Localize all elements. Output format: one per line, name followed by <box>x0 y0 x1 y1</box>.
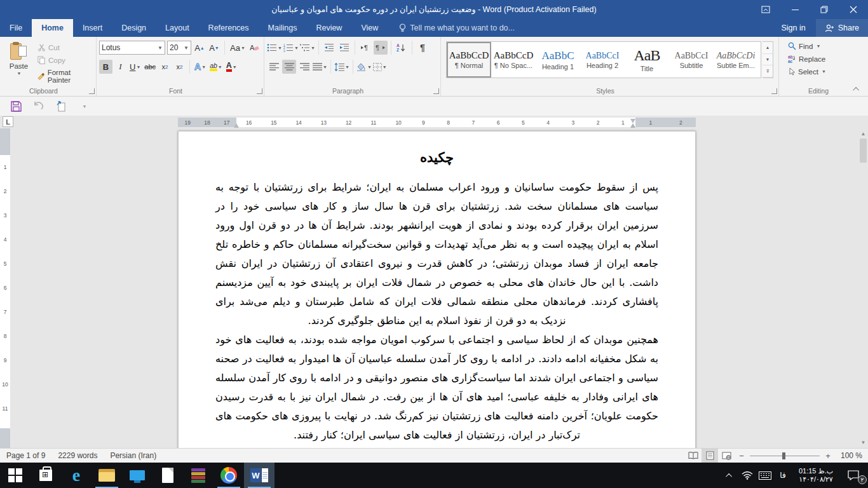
styles-gallery-more-button[interactable]: ⊽ <box>763 65 773 78</box>
tab-review[interactable]: Review <box>306 19 351 37</box>
tell-me-box[interactable]: Tell me what you want to do... <box>399 19 515 37</box>
style-no-spacing[interactable]: AaBbCcD ¶ No Spac... <box>491 42 536 78</box>
zoom-slider[interactable] <box>750 456 820 456</box>
subscript-button[interactable]: x2 <box>158 60 172 74</box>
align-left-button[interactable] <box>267 60 281 74</box>
taskbar-winrar[interactable] <box>183 463 214 488</box>
save-button[interactable] <box>9 99 23 113</box>
styles-dialog-launcher[interactable] <box>771 88 777 94</box>
find-button[interactable]: Find ▼ <box>785 41 864 51</box>
page-content[interactable]: چکیده پس از سقوط حکومت ساسانیان و ورود ا… <box>179 132 695 448</box>
bold-button[interactable]: B <box>99 60 112 74</box>
decrease-indent-button[interactable] <box>322 41 336 55</box>
vertical-ruler[interactable]: 1234567891011 <box>0 128 10 448</box>
format-painter-button[interactable]: Format Painter <box>35 67 93 85</box>
clear-formatting-button[interactable]: A <box>248 41 261 55</box>
change-case-button[interactable]: Aa▼ <box>229 41 247 55</box>
text-highlight-button[interactable]: ab▼ <box>208 60 224 74</box>
document-paragraph[interactable]: همچنین موبدان که از لحاظ سیاسی و اجتماعی… <box>215 330 658 445</box>
style-heading-2[interactable]: AaBbCcI Heading 2 <box>580 42 625 78</box>
share-button[interactable]: Share <box>816 19 868 37</box>
read-mode-button[interactable] <box>685 449 702 463</box>
zoom-in-button[interactable]: + <box>821 451 835 461</box>
taskbar-file-explorer[interactable] <box>92 463 122 488</box>
vertical-scrollbar[interactable]: ▲ ▼ <box>858 128 868 448</box>
tab-file[interactable]: File <box>0 19 32 37</box>
tab-home[interactable]: Home <box>32 19 73 37</box>
font-name-combo[interactable]: Lotus ▼ <box>99 41 165 55</box>
cut-button[interactable]: Cut <box>35 42 93 53</box>
font-size-combo[interactable]: 20 ▼ <box>167 41 191 55</box>
increase-indent-button[interactable] <box>337 41 351 55</box>
ribbon-display-options-button[interactable] <box>751 0 780 19</box>
taskbar-chrome[interactable] <box>214 463 244 488</box>
minimize-button[interactable] <box>780 0 810 19</box>
style-subtle-emphasis[interactable]: AaBbCcDi Subtle Em... <box>714 42 758 78</box>
repeat-button[interactable] <box>55 99 69 113</box>
numbering-button[interactable]: 123 ▼ <box>283 41 299 55</box>
restore-button[interactable] <box>810 0 839 19</box>
borders-button[interactable]: ▼ <box>373 60 387 74</box>
document-paragraph[interactable]: پس از سقوط حکومت ساسانیان و ورود اعراب م… <box>215 178 658 330</box>
tab-mailings[interactable]: Mailings <box>259 19 307 37</box>
text-effects-button[interactable]: A▼ <box>193 60 207 74</box>
start-button[interactable] <box>0 463 31 488</box>
style-normal[interactable]: AaBbCcD ¶ Normal <box>447 42 491 78</box>
select-button[interactable]: Select ▼ <box>785 66 864 77</box>
tab-design[interactable]: Design <box>112 19 156 37</box>
tray-wifi[interactable] <box>740 463 755 488</box>
print-layout-button[interactable] <box>702 449 718 463</box>
bullets-button[interactable]: ▼ <box>267 41 282 55</box>
paragraph-dialog-launcher[interactable] <box>433 88 439 94</box>
style-heading-1[interactable]: AaBbC Heading 1 <box>536 42 580 78</box>
font-dialog-launcher[interactable] <box>257 88 262 94</box>
tray-touch-keyboard[interactable] <box>757 463 773 488</box>
scroll-down-button[interactable]: ▼ <box>859 438 867 447</box>
zoom-slider-thumb[interactable] <box>782 452 785 459</box>
document-page[interactable]: چکیده پس از سقوط حکومت ساسانیان و ورود ا… <box>178 131 696 448</box>
word-count[interactable]: 2229 words <box>51 449 104 463</box>
page-indicator[interactable]: Page 1 of 9 <box>0 449 51 463</box>
scrollbar-thumb[interactable] <box>860 139 867 163</box>
tab-insert[interactable]: Insert <box>73 19 112 37</box>
indent-marker-left[interactable] <box>234 123 239 128</box>
underline-button[interactable]: U▼ <box>128 60 142 74</box>
document-heading[interactable]: چکیده <box>215 149 658 165</box>
align-center-button[interactable] <box>282 60 296 74</box>
shading-button[interactable]: ▼ <box>356 60 372 74</box>
rtl-direction-button[interactable]: ¶ <box>374 41 388 55</box>
taskbar-store[interactable] <box>31 463 61 488</box>
styles-scroll-down-button[interactable]: ▼ <box>763 54 773 66</box>
grow-font-button[interactable]: A▲ <box>193 41 206 55</box>
sign-in-button[interactable]: Sign in <box>771 19 815 37</box>
web-layout-button[interactable] <box>718 449 735 463</box>
scroll-up-button[interactable]: ▲ <box>859 130 867 138</box>
tray-clock[interactable]: ب.ظ 01:15 ۱۴۰۴/۰۸/۲۷ <box>793 467 839 484</box>
qat-customize-button[interactable]: ▼ <box>78 99 92 113</box>
first-line-indent-marker[interactable] <box>630 119 635 123</box>
clipboard-dialog-launcher[interactable] <box>89 88 95 94</box>
tab-references[interactable]: References <box>199 19 259 37</box>
italic-button[interactable]: I <box>114 60 127 74</box>
line-spacing-button[interactable]: ▼ <box>334 60 349 74</box>
action-center-button[interactable]: ۲ <box>841 463 865 488</box>
show-hide-formatting-button[interactable]: ¶ <box>416 41 430 55</box>
shrink-font-button[interactable]: A▼ <box>208 41 220 55</box>
tab-stop-selector[interactable]: L <box>3 116 13 127</box>
zoom-out-button[interactable]: − <box>735 451 749 461</box>
taskbar-notepad[interactable] <box>153 463 183 488</box>
tab-layout[interactable]: Layout <box>156 19 199 37</box>
sort-button[interactable]: A Z <box>395 41 409 55</box>
style-title[interactable]: AaB Title <box>625 42 669 78</box>
close-button[interactable] <box>839 0 868 19</box>
taskbar-word[interactable]: W <box>244 463 275 488</box>
taskbar-edge[interactable]: e <box>61 463 92 488</box>
style-subtitle[interactable]: AaBbCcI Subtitle <box>669 42 714 78</box>
undo-button[interactable] <box>32 99 46 113</box>
copy-button[interactable]: Copy <box>35 55 93 65</box>
indent-marker-right[interactable] <box>630 123 635 128</box>
ltr-direction-button[interactable]: ¶ <box>358 41 372 55</box>
tray-language-indicator[interactable]: فا <box>775 463 790 488</box>
taskbar-this-pc[interactable] <box>122 463 153 488</box>
paste-button[interactable]: Paste ▼ <box>3 39 35 86</box>
